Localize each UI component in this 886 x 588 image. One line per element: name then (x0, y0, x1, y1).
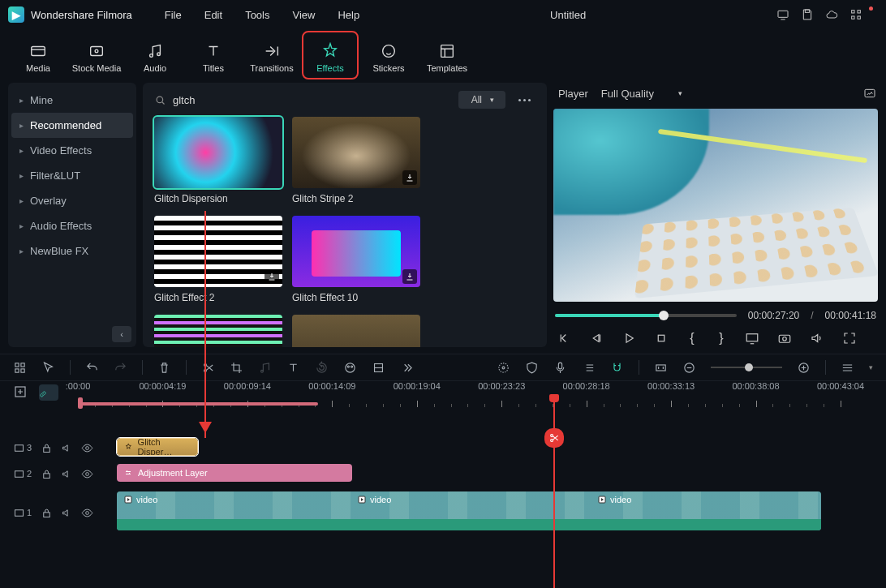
lock-icon[interactable] (41, 468, 53, 480)
playhead[interactable] (553, 396, 555, 588)
visibility-icon[interactable] (81, 442, 93, 454)
mute-icon[interactable] (61, 442, 73, 454)
tab-templates[interactable]: Templates (420, 32, 474, 78)
device-icon[interactable] (776, 8, 789, 21)
play-icon[interactable] (621, 331, 636, 346)
add-track-icon[interactable] (13, 384, 28, 399)
sidebar-item-mine[interactable]: ▸Mine (11, 88, 133, 113)
redo-icon[interactable] (114, 361, 127, 375)
scrub-slider[interactable] (555, 314, 737, 317)
target-icon[interactable] (497, 361, 510, 375)
menu-help[interactable]: Help (338, 9, 359, 21)
volume-icon[interactable] (810, 331, 824, 346)
sidebar-item-newblue-fx[interactable]: ▸NewBlue FX (11, 238, 133, 264)
stop-icon[interactable] (654, 331, 669, 346)
menu-file[interactable]: File (165, 9, 182, 21)
sidebar-item-audio-effects[interactable]: ▸Audio Effects (11, 213, 133, 238)
cursor-icon[interactable] (41, 361, 55, 375)
more-menu[interactable] (514, 99, 535, 101)
playhead-cut-button[interactable] (544, 428, 564, 448)
shield-icon[interactable] (525, 361, 539, 375)
effect-card[interactable]: Glitch Effect 10 (292, 216, 420, 303)
video-clip[interactable]: video video video (117, 491, 821, 530)
effect-clip[interactable]: Glitch Disper… (117, 438, 198, 456)
more-tools-icon[interactable] (400, 361, 414, 375)
effect-label: Glitch Stripe 2 (292, 193, 420, 204)
sidebar-item-overlay[interactable]: ▸Overlay (11, 188, 133, 213)
chevron-right-icon: ▸ (19, 247, 24, 255)
visibility-icon[interactable] (81, 468, 93, 480)
mask-icon[interactable] (372, 361, 385, 375)
filter-dropdown[interactable]: All▾ (458, 91, 505, 109)
work-area-zone[interactable] (78, 402, 318, 406)
crop-icon[interactable] (230, 361, 243, 375)
cut-icon[interactable] (201, 361, 215, 375)
undo-icon[interactable] (85, 361, 99, 375)
zoom-slider[interactable] (711, 367, 782, 368)
effect-thumbnail (154, 315, 282, 347)
snapshot-icon[interactable] (863, 87, 876, 100)
prev-frame-icon[interactable] (557, 331, 571, 346)
mute-icon[interactable] (61, 507, 73, 519)
play-back-icon[interactable] (589, 331, 604, 346)
download-icon[interactable] (265, 269, 279, 284)
tab-media[interactable]: Media (11, 32, 65, 78)
adjustment-clip[interactable]: Adjustment Layer (117, 464, 352, 482)
svg-point-44 (86, 472, 89, 475)
download-icon[interactable] (402, 269, 417, 284)
rotate-icon[interactable] (315, 361, 329, 375)
preview-viewport[interactable] (553, 109, 878, 302)
link-toggle[interactable] (39, 384, 58, 401)
menu-edit[interactable]: Edit (204, 9, 222, 21)
tab-titles[interactable]: Titles (187, 32, 240, 78)
magnet-icon[interactable] (610, 361, 624, 375)
effects-sidebar: ▸Mine ▸Recommended ▸Video Effects ▸Filte… (8, 83, 136, 347)
search-input[interactable] (173, 94, 335, 106)
tab-transitions[interactable]: Transitions (245, 32, 299, 78)
sidebar-item-filter-lut[interactable]: ▸Filter&LUT (11, 163, 133, 188)
menu-view[interactable]: View (292, 9, 315, 21)
lock-icon[interactable] (41, 507, 53, 519)
sidebar-item-video-effects[interactable]: ▸Video Effects (11, 138, 133, 163)
zoom-in-icon[interactable] (797, 361, 811, 375)
effect-card[interactable] (292, 315, 420, 347)
mute-icon[interactable] (61, 468, 73, 480)
lock-icon[interactable] (41, 442, 53, 454)
sidebar-item-recommended[interactable]: ▸Recommended (11, 113, 133, 138)
track-view-icon[interactable] (841, 361, 854, 375)
camera-icon[interactable] (777, 331, 792, 346)
fit-icon[interactable] (654, 361, 668, 375)
timeline-ruler[interactable]: :00:0000:00:04:1900:00:09:1400:00:14:090… (78, 381, 886, 414)
list-icon[interactable] (582, 361, 596, 375)
menu-tools[interactable]: Tools (245, 9, 269, 21)
color-icon[interactable] (343, 361, 357, 375)
mark-in-icon[interactable]: { (686, 331, 698, 346)
display-icon[interactable] (745, 331, 759, 346)
grid-icon[interactable] (13, 361, 27, 375)
svg-rect-43 (44, 473, 50, 478)
sidebar-collapse-button[interactable]: ‹ (112, 326, 131, 342)
fullscreen-icon[interactable] (842, 331, 857, 346)
text-icon[interactable] (286, 361, 300, 375)
cloud-icon[interactable] (825, 8, 838, 21)
delete-icon[interactable] (157, 361, 171, 375)
apps-icon[interactable] (849, 8, 862, 21)
save-icon[interactable] (801, 8, 814, 21)
chevron-down-icon[interactable]: ▾ (869, 363, 873, 371)
speed-icon[interactable] (258, 361, 272, 375)
quality-dropdown[interactable]: Full Quality▾ (601, 88, 682, 100)
effect-card[interactable]: Glitch Dispersion (154, 117, 282, 204)
mic-icon[interactable] (553, 361, 567, 375)
mark-out-icon[interactable]: } (716, 331, 727, 346)
visibility-icon[interactable] (81, 507, 93, 519)
effect-card[interactable] (154, 315, 282, 347)
download-icon[interactable] (402, 170, 417, 185)
tab-stickers[interactable]: Stickers (362, 32, 415, 78)
effect-card[interactable]: Glitch Stripe 2 (292, 117, 420, 204)
notification-dot (869, 6, 873, 11)
tab-effects[interactable]: Effects (303, 32, 357, 78)
effect-card[interactable]: Glitch Effect 2 (154, 216, 282, 303)
tab-stock-media[interactable]: Stock Media (70, 32, 123, 78)
zoom-out-icon[interactable] (682, 361, 696, 375)
tab-audio[interactable]: Audio (128, 32, 182, 78)
